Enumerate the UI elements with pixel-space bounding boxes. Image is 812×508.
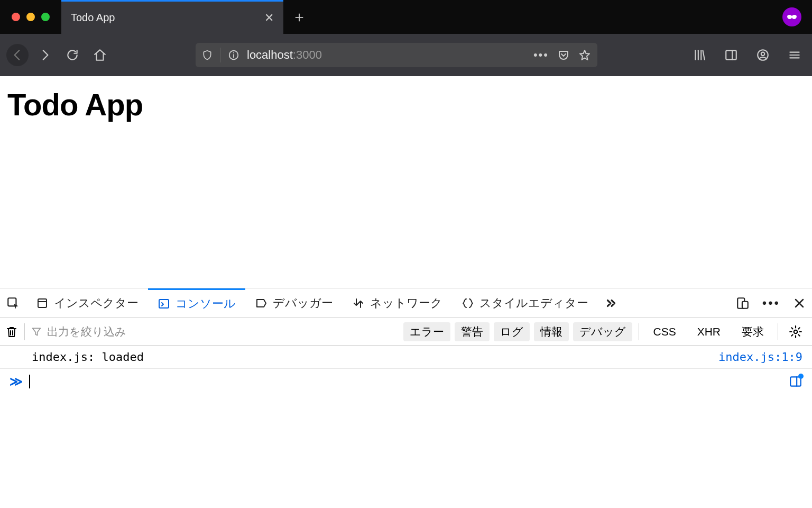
devtools-tabs: インスペクター コンソール デバッガー ネットワーク スタイルエディター ••• <box>0 288 812 318</box>
tabs-overflow-icon[interactable] <box>598 296 624 310</box>
browser-toolbar: localhost:3000 ••• <box>0 34 812 76</box>
console-filter-input[interactable]: 出力を絞り込み <box>31 324 327 339</box>
console-log-row: index.js: loaded index.js:1:9 <box>0 346 812 369</box>
page-actions-icon[interactable]: ••• <box>533 48 549 62</box>
library-icon[interactable] <box>688 44 710 66</box>
page-content: Todo App <box>0 76 812 288</box>
svg-line-6 <box>703 50 705 59</box>
tab-style-editor-label: スタイルエディター <box>479 295 588 311</box>
prompt-chevron-icon: ≫ <box>10 374 23 389</box>
chip-info[interactable]: 情報 <box>534 322 569 341</box>
tab-style-editor[interactable]: スタイルエディター <box>452 288 598 318</box>
close-tab-icon[interactable]: ✕ <box>264 11 274 25</box>
close-window-button[interactable] <box>12 13 20 21</box>
menu-icon[interactable] <box>783 44 806 66</box>
console-prompt[interactable]: ≫ <box>0 369 812 394</box>
tab-console-label: コンソール <box>176 296 236 312</box>
inspect-element-icon[interactable] <box>0 296 26 310</box>
chip-log[interactable]: ログ <box>494 322 530 341</box>
svg-rect-15 <box>38 299 47 307</box>
console-message: index.js: loaded <box>10 350 718 364</box>
page-heading: Todo App <box>7 87 805 122</box>
clear-console-icon[interactable] <box>5 325 18 339</box>
log-level-chips: エラー 警告 ログ 情報 デバッグ <box>403 322 632 341</box>
svg-point-22 <box>794 330 798 333</box>
minimize-window-button[interactable] <box>26 13 35 21</box>
console-toolbar: 出力を絞り込み エラー 警告 ログ 情報 デバッグ CSS XHR 要求 <box>0 318 812 346</box>
new-tab-button[interactable]: ＋ <box>283 0 315 34</box>
tab-debugger[interactable]: デバッガー <box>245 288 343 318</box>
chip-debug[interactable]: デバッグ <box>573 322 632 341</box>
back-button[interactable] <box>6 44 29 66</box>
devtools-panel: インスペクター コンソール デバッガー ネットワーク スタイルエディター ••• <box>0 288 812 508</box>
mask-icon <box>782 7 801 26</box>
chip-warning[interactable]: 警告 <box>455 322 490 341</box>
tab-debugger-label: デバッガー <box>273 295 333 311</box>
filter-css[interactable]: CSS <box>645 325 683 338</box>
shield-icon[interactable] <box>202 49 213 61</box>
console-settings-icon[interactable] <box>785 325 807 339</box>
split-console-icon[interactable] <box>789 375 802 388</box>
tab-console[interactable]: コンソール <box>148 288 245 318</box>
info-icon[interactable] <box>228 49 239 61</box>
input-cursor <box>29 375 30 388</box>
url-port: :3000 <box>293 48 322 61</box>
reload-button[interactable] <box>61 44 84 66</box>
devtools-close-icon[interactable] <box>787 297 812 310</box>
devtools-menu-icon[interactable]: ••• <box>756 296 787 311</box>
responsive-design-icon[interactable] <box>730 296 756 310</box>
svg-rect-7 <box>726 50 736 59</box>
tab-inspector[interactable]: インスペクター <box>26 288 148 318</box>
maximize-window-button[interactable] <box>41 13 50 21</box>
tab-network[interactable]: ネットワーク <box>343 288 452 318</box>
console-source-link[interactable]: index.js:1:9 <box>718 350 802 364</box>
tab-title: Todo App <box>71 12 115 24</box>
filter-xhr[interactable]: XHR <box>690 325 728 338</box>
pocket-icon[interactable] <box>557 49 570 61</box>
account-icon[interactable] <box>752 44 774 66</box>
url-text: localhost:3000 <box>247 48 526 62</box>
svg-point-10 <box>761 52 765 56</box>
home-button[interactable] <box>89 44 111 66</box>
filter-placeholder: 出力を絞り込み <box>47 324 126 339</box>
window-controls <box>0 0 61 34</box>
url-host: localhost <box>247 48 293 61</box>
forward-button[interactable] <box>34 44 56 66</box>
tab-network-label: ネットワーク <box>370 295 442 311</box>
address-bar[interactable]: localhost:3000 ••• <box>196 43 597 67</box>
svg-rect-17 <box>159 300 169 308</box>
bookmark-star-icon[interactable] <box>578 49 591 61</box>
svg-rect-19 <box>742 301 748 308</box>
chip-error[interactable]: エラー <box>403 322 450 341</box>
tab-inspector-label: インスペクター <box>54 295 139 311</box>
browser-titlebar: Todo App ✕ ＋ <box>0 0 812 34</box>
private-browsing-indicator <box>782 0 812 34</box>
browser-tab[interactable]: Todo App ✕ <box>61 0 283 34</box>
sidebar-icon[interactable] <box>720 44 742 66</box>
filter-request[interactable]: 要求 <box>734 324 771 339</box>
